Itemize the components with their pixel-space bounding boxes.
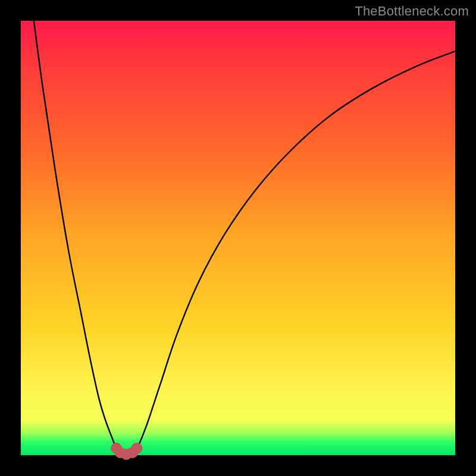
watermark-text: TheBottleneck.com	[355, 4, 469, 19]
curve-svg	[21, 21, 455, 455]
minimum-marker	[131, 443, 142, 453]
curve-left-branch	[34, 21, 120, 454]
chart-frame: TheBottleneck.com	[0, 0, 476, 476]
minimum-markers	[111, 443, 142, 459]
plot-area	[21, 21, 455, 455]
curve-right-branch	[134, 51, 455, 454]
